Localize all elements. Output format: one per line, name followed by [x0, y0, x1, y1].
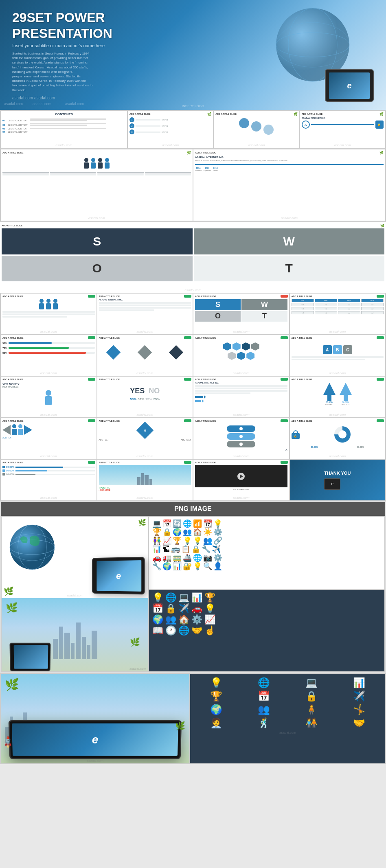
dark-gear1: ⚙️ [191, 615, 202, 624]
wm-r1c4: asadal.com [290, 330, 386, 333]
icon-bulb3: 💡 [193, 537, 202, 544]
city-mockup: 🌿 🌿 asadal.com [2, 598, 148, 671]
wm-top1: asadal.com [128, 143, 213, 147]
dark-item-figures3: 🧑‍💼 [193, 717, 239, 729]
label-a: A [195, 449, 287, 451]
large-tablet-device: e [9, 720, 181, 759]
dark-chart1: 📊 [191, 593, 202, 602]
dark-color-icons: 💡 🌐 💻 📊 🏆 📅 🔒 ✈️ [193, 677, 382, 729]
watermark-city: asadal.com [129, 667, 146, 671]
wm-r1c3: asadal.com [193, 330, 289, 333]
dark-item-figures4: 🕺 [241, 717, 287, 729]
icon-couple: 👫 [152, 537, 161, 544]
person-1 [84, 158, 89, 169]
icon-lock: 🔒 [162, 528, 171, 536]
diamond-shapes [99, 343, 191, 362]
slide-r1c4-title: ADD A TITLE SLIDE [292, 295, 384, 298]
slide-r4c1-tag [88, 419, 95, 422]
slide-r1c2-title: ADD A TITLE SLIDE [99, 295, 191, 298]
dark-bulb2: 💡 [204, 604, 215, 613]
icon-lock2: 🔒 [191, 546, 200, 553]
slide-r2c4: ADD A TITLE SLIDE A B C asadal.com [290, 335, 386, 376]
click-to-add: CLICK TO ADD TEXT [195, 489, 287, 491]
yes-money: YES MONEY KEY WORKER [2, 383, 95, 388]
slide-r5c1: ADD A TITLE SLIDE 00.00% 00.00% 00.00% a… [1, 460, 96, 500]
slide-r1c3: ADD A TITLE SLIDE S W O T asadal.com [193, 294, 289, 334]
icon-bus: 🚌 [171, 546, 180, 553]
dark-item-lock: 🔒 [289, 690, 334, 702]
city-tablet [10, 643, 50, 671]
wm-r4c4: asadal.com [290, 454, 386, 458]
steps-mock: 1STEP 01 2STEP 02 3STEP 03 [129, 117, 211, 134]
circle-diagram [215, 118, 297, 135]
contents-item-1: 01 CLICK TO ADD TEXT [2, 118, 125, 122]
p1 [39, 299, 44, 309]
icon-lock3: 🔐 [183, 563, 192, 570]
wm-r5c3: asadal.com [193, 496, 289, 500]
dark-globe4: 🌐 [178, 626, 189, 635]
city-leaf-2: 🌿 [130, 637, 140, 647]
icons-grid-row2: 🏆 🔒 🌍 👥 🏠 ☀️ ⚙️ [152, 528, 381, 536]
icon-train: 🚃 [173, 554, 182, 561]
dark-growth1: 📈 [204, 615, 215, 624]
slide-r2c3: ADD A TITLE SLIDE asadal.com [193, 335, 289, 376]
watermark-dark-right: asadal.com [193, 731, 382, 734]
icon-clipboard: 📋 [181, 546, 190, 553]
dark-lock1: 🔒 [165, 604, 176, 613]
p2 [46, 299, 51, 309]
icon-bulb2: 💡 [183, 537, 192, 544]
icon-bulb: 💡 [213, 520, 222, 527]
slide-r2c2-title: ADD A TITLE SLIDE [99, 337, 191, 339]
wm-r2c1: asadal.com [1, 371, 96, 375]
slide-mini-header-3: ADD A TITLE SLIDE 🌿 [302, 112, 384, 116]
slide-r4c4-title: ADD A TITLE SLIDE [292, 420, 384, 422]
slide-r3c4-title: ADD A TITLE SLIDE [292, 378, 384, 381]
slide-r2c4-tag [377, 336, 384, 339]
wm-r3c2: asadal.com [97, 413, 193, 416]
dark-icons-row2: 📅 🔒 ✈️ 🚗 💡 [152, 604, 381, 613]
icon-magnify: 🔍 [203, 563, 212, 570]
wm-714: asadal.com [0, 288, 386, 292]
hero-tablet: e [325, 69, 374, 102]
people-row [2, 299, 95, 309]
png-header: PNG IMAGE [1, 502, 385, 516]
leaf-2: 🌿 [138, 519, 146, 526]
lock-pie: 🔒 [292, 424, 384, 445]
icons-grid-row1: 💻 📅 🔄 🌐 📶 📆 💡 [152, 520, 381, 527]
icon-globe: 🌐 [183, 520, 192, 527]
dark-icons-row4: 📖 🕐 🌐 🤝 ☝️ [152, 626, 381, 635]
dark-book1: 📖 [152, 626, 163, 635]
text-blocks-big [2, 172, 191, 176]
slide-r1c4-tag [377, 295, 384, 298]
slide-r4c1-title: ADD A TITLE SLIDE [2, 420, 95, 422]
icon-tools: 🔧 [152, 563, 161, 570]
add-title-slide-big-2: ADD A TITLE SLIDE 🌿 ASADAL INTERNET INC.… [193, 149, 385, 221]
slide-mini-header-1: ADD A TITLE SLIDE 🌿 [129, 112, 211, 116]
icon-laptop: 💻 [152, 520, 161, 527]
wm-r1c1: asadal.com [1, 330, 96, 333]
png-content-area: e 🌿 🌿 asadal.com [1, 516, 385, 672]
dark-item-figures5: 🧑‍🤝‍🧑 [289, 717, 334, 729]
city-leaf-1: 🌿 [6, 602, 18, 614]
slide-r3c3: ADD A TITLE SLIDE ASADAL INTERNET INC. a… [193, 377, 289, 417]
contents-item-4: 04 CLICK TO ADD TEXT [2, 131, 125, 133]
pct-indicators: 00.00% 00.00% 00.00% [2, 466, 95, 476]
slide-r2c3-tag [281, 336, 288, 339]
wm-r5c1: asadal.com [1, 496, 96, 500]
icons-grid-row5: 🚗 🚛 🚃 🚢 🌐 📷 ⚙️ [152, 554, 381, 561]
add-title-slide-714: ADD A TITLE SLIDE 🌿 S W O T asadal.com [0, 221, 386, 293]
icon-chart: 📈 [162, 537, 171, 544]
dark-hand1: ☝️ [204, 626, 215, 635]
slide-r3c1: ADD A TITLE SLIDE YES MONEY KEY WORKER a… [1, 377, 96, 417]
icon-piechart: 📊 [173, 563, 182, 570]
dark-item-calendar: 📅 [241, 690, 287, 702]
tablet-device-3d: e [91, 557, 144, 594]
icon-refresh: 🔄 [173, 520, 182, 527]
wm-big1: asadal.com [1, 216, 193, 220]
watermark-2: asadal.com [33, 102, 51, 106]
slide-top-3: ADD A TITLE SLIDE 🌿 ASADAL INTERNET INC.… [300, 111, 385, 148]
slide-r4c2-tag [184, 419, 191, 422]
slide-r4c2: ADD A TITLE SLIDE ⊕ ADD TEXT ADD TEXT as… [97, 418, 193, 459]
slide-r4c4-tag [377, 419, 384, 422]
dark-globe1: 🌐 [165, 593, 176, 602]
